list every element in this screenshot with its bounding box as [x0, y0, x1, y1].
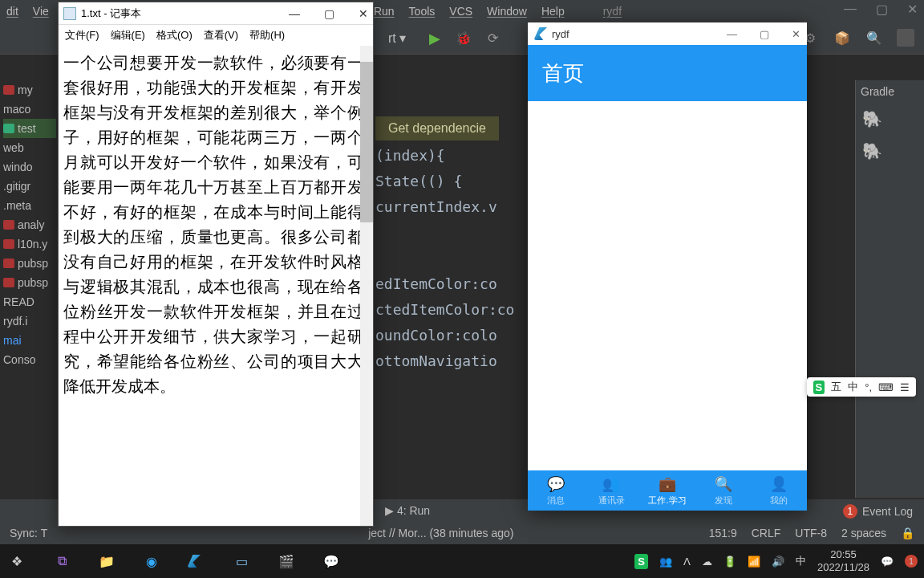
scrollbar[interactable]	[360, 46, 373, 526]
bottom-navigation: 💬消息 👥通讯录 💼工作.学习 🔍发现 👤我的	[528, 470, 807, 511]
taskbar-clock[interactable]: 20:55 2022/11/28	[817, 548, 869, 573]
editor-code[interactable]: (index){ State(() { currentIndex.v edIte…	[375, 143, 514, 374]
ime-lang[interactable]: 中	[848, 380, 858, 394]
menu-run[interactable]: Run	[374, 5, 395, 18]
debug-icon[interactable]: 🐞	[454, 29, 473, 48]
run-config-dropdown[interactable]: rt ▾	[379, 29, 415, 48]
flutter-title: rydf	[552, 28, 569, 40]
package-icon[interactable]: 📦	[833, 29, 852, 48]
file-item[interactable]: my	[3, 80, 56, 100]
menu-edit[interactable]: dit	[6, 5, 18, 18]
minimize-icon[interactable]: —	[289, 7, 300, 20]
run-tab[interactable]: ▶ 4: Run	[385, 504, 430, 517]
menu-window[interactable]: Window	[487, 5, 527, 18]
event-log-badge: 1	[843, 504, 857, 519]
file-item[interactable]: l10n.y	[3, 234, 56, 254]
keyboard-icon[interactable]: ⌨	[878, 381, 894, 393]
flutter-task-icon[interactable]	[186, 551, 207, 572]
close-icon[interactable]: ✕	[359, 7, 368, 20]
file-item[interactable]: .gitigr	[3, 177, 56, 196]
notepad-task-icon[interactable]: ▭	[231, 551, 252, 572]
nav-work[interactable]: 💼工作.学习	[639, 470, 695, 511]
file-item[interactable]: READ	[3, 292, 56, 311]
file-item[interactable]: web	[3, 138, 56, 157]
menu-format[interactable]: 格式(O)	[156, 28, 192, 43]
notifications-icon[interactable]: 💬	[881, 556, 894, 568]
explorer-icon[interactable]: 📁	[96, 551, 117, 572]
minimize-icon[interactable]: —	[727, 28, 737, 40]
indent[interactable]: 2 spaces	[841, 527, 886, 539]
file-item[interactable]: pubsp	[3, 273, 56, 292]
menu-tools[interactable]: Tools	[409, 5, 436, 18]
network-icon[interactable]: 👥	[659, 556, 672, 568]
nav-discover[interactable]: 🔍发现	[695, 470, 752, 511]
system-tray: S 👥 ᐱ ☁ 🔋 📶 🔊 中 20:55 2022/11/28 💬 1	[634, 548, 918, 573]
message-icon: 💬	[547, 475, 565, 493]
nav-messages[interactable]: 💬消息	[528, 470, 584, 511]
scrollbar-thumb[interactable]	[360, 62, 373, 222]
sogou-icon[interactable]: S	[813, 381, 825, 394]
git-status: ject // Mor... (38 minutes ago)	[368, 527, 513, 539]
menu-help[interactable]: 帮助(H)	[249, 28, 285, 43]
flutter-titlebar[interactable]: rydf — ▢ ✕	[528, 22, 807, 45]
cursor-position[interactable]: 151:9	[709, 527, 737, 539]
app3-icon[interactable]: 🎬	[276, 551, 297, 572]
menu-vcs[interactable]: VCS	[449, 5, 472, 18]
file-item[interactable]: test	[3, 119, 56, 138]
vs-icon[interactable]: ⧉	[51, 551, 72, 572]
maximize-icon[interactable]: ▢	[324, 7, 334, 20]
lock-icon: 🔒	[901, 527, 914, 539]
tray-chevron-icon[interactable]: ᐱ	[683, 556, 691, 568]
start-icon[interactable]: ❖	[6, 551, 27, 572]
profile-icon[interactable]: ⟳	[483, 29, 502, 48]
nav-mine[interactable]: 👤我的	[751, 470, 807, 511]
maximize-icon[interactable]: ▢	[876, 2, 888, 17]
ime-indicator[interactable]: 中	[796, 554, 806, 568]
menu-help[interactable]: Help	[541, 5, 565, 18]
search-icon: 🔍	[715, 475, 732, 493]
file-item[interactable]: analy	[3, 215, 56, 234]
menu-view[interactable]: 查看(V)	[204, 28, 238, 43]
get-dependencies-banner[interactable]: Get dependencie	[375, 116, 499, 140]
notepad-title: 1.txt - 记事本	[81, 6, 141, 21]
notepad-textarea[interactable]: 一个公司想要开发一款软件，必须要有一套很好用，功能强大的开发框架，有开发框架与没…	[59, 46, 373, 523]
search-icon[interactable]: 🔍	[865, 29, 884, 48]
file-item[interactable]: mai	[3, 331, 56, 350]
battery-icon[interactable]: 🔋	[723, 556, 736, 568]
event-log-button[interactable]: 1 Event Log	[843, 504, 913, 519]
file-item[interactable]: maco	[3, 100, 56, 119]
file-tree[interactable]: my maco test web windo .gitigr .meta ana…	[0, 80, 56, 369]
line-ending[interactable]: CRLF	[752, 527, 781, 539]
nav-contacts[interactable]: 👥通讯录	[584, 470, 640, 511]
menu-file[interactable]: 文件(F)	[65, 28, 99, 43]
file-item[interactable]: windo	[3, 157, 56, 177]
ime-punct[interactable]: °,	[865, 381, 872, 393]
volume-icon[interactable]: 🔊	[772, 556, 784, 568]
file-item[interactable]: rydf.i	[3, 311, 56, 331]
contacts-icon: 👥	[602, 475, 620, 493]
onedrive-icon[interactable]: ☁	[702, 556, 712, 568]
encoding[interactable]: UTF-8	[795, 527, 827, 539]
maximize-icon[interactable]: ▢	[760, 28, 769, 40]
ime-toolbar[interactable]: S 五 中 °, ⌨ ☰	[807, 377, 916, 397]
sogou-tray-icon[interactable]: S	[634, 554, 648, 569]
close-icon[interactable]: ✕	[792, 28, 800, 40]
briefcase-icon: 💼	[659, 475, 676, 493]
menu-view[interactable]: Vie	[33, 5, 49, 18]
ime-menu-icon[interactable]: ☰	[900, 381, 910, 393]
run-icon[interactable]: ▶	[425, 29, 444, 48]
app1-icon[interactable]: ◉	[141, 551, 162, 572]
gradle-panel[interactable]: Gradle 🐘 🐘	[855, 80, 924, 498]
app-content[interactable]	[528, 101, 807, 470]
wechat-icon[interactable]: 💬	[321, 551, 342, 572]
close-icon[interactable]: ✕	[907, 2, 918, 17]
notepad-titlebar[interactable]: 1.txt - 记事本 — ▢ ✕	[59, 2, 373, 25]
file-item[interactable]: pubsp	[3, 254, 56, 273]
minimize-icon[interactable]: —	[844, 2, 857, 17]
file-item[interactable]: Conso	[3, 350, 56, 369]
wifi-icon[interactable]: 📶	[748, 556, 760, 568]
ime-mode[interactable]: 五	[831, 380, 841, 394]
file-item[interactable]: .meta	[3, 196, 56, 215]
menu-edit[interactable]: 编辑(E)	[111, 28, 145, 43]
avatar-icon[interactable]	[897, 29, 914, 47]
